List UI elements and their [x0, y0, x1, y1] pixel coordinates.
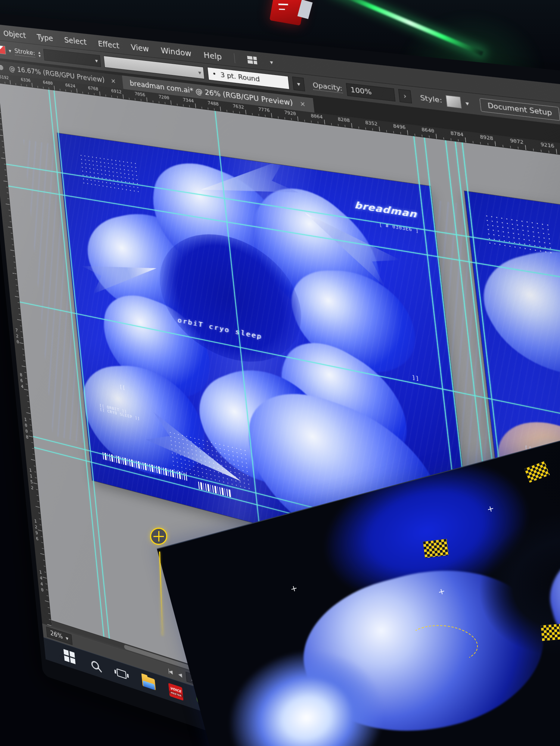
close-icon[interactable]: ×: [299, 100, 306, 108]
ruler-number: 1296: [33, 518, 40, 543]
art-dot-matrix: [484, 213, 555, 256]
chevron-down-icon[interactable]: ▾: [198, 69, 202, 76]
ruler-number: 1440: [38, 569, 45, 594]
chevron-down-icon[interactable]: ▾: [8, 47, 11, 54]
crosshair-marker-icon: [150, 528, 167, 545]
taskbar-search-button[interactable]: [88, 656, 103, 675]
folder-icon: [141, 675, 155, 690]
style-label: Style:: [420, 94, 442, 104]
zoom-level-value: 26%: [50, 629, 63, 640]
sparkle-icon: [291, 586, 297, 592]
windows-logo-icon: [63, 649, 75, 664]
chevron-down-icon[interactable]: ▾: [465, 99, 469, 107]
ruler-number: 864: [18, 372, 25, 390]
search-icon: [91, 660, 100, 670]
chevron-down-icon: ▾: [65, 634, 69, 642]
voicemeeter-icon: VOICE MEETER: [168, 683, 184, 700]
task-view-icon: [116, 668, 127, 679]
menu-item[interactable]: Type: [37, 32, 54, 43]
ruler-number: 1008: [23, 416, 30, 441]
opacity-label[interactable]: Opacity:: [312, 81, 343, 93]
file-explorer-button[interactable]: [140, 673, 156, 692]
brush-name: 3 pt. Round: [220, 71, 260, 83]
chevron-down-icon[interactable]: ▾: [270, 59, 273, 66]
menu-item[interactable]: Select: [64, 35, 87, 46]
art-dot-matrix: [79, 153, 140, 193]
menu-item[interactable]: Window: [161, 46, 192, 58]
close-icon[interactable]: ×: [111, 77, 116, 85]
stroke-label[interactable]: Stroke:: [14, 47, 35, 57]
start-button[interactable]: [62, 647, 77, 666]
chevron-down-icon[interactable]: ▾: [95, 57, 98, 64]
opacity-value-field[interactable]: 100%: [346, 83, 395, 102]
checkered-decal: [541, 624, 560, 641]
task-view-button[interactable]: [114, 664, 130, 684]
menu-divider: [234, 53, 235, 63]
stepper-down-icon[interactable]: ▾: [38, 54, 41, 57]
stroke-weight-select[interactable]: ▾: [43, 49, 101, 67]
menu-item[interactable]: Object: [3, 29, 26, 40]
opacity-options-button[interactable]: ›: [398, 89, 412, 103]
art-barcode: [198, 481, 232, 497]
menu-item[interactable]: Effect: [97, 39, 119, 50]
first-artboard-button[interactable]: |◀: [166, 667, 174, 675]
checkered-decal: [423, 539, 449, 558]
brush-select-chevron[interactable]: ▾: [292, 77, 305, 91]
menu-item[interactable]: Help: [203, 50, 222, 61]
voicemeeter-button[interactable]: VOICE MEETER: [168, 682, 184, 702]
ruler-number: 720: [14, 327, 21, 346]
menu-item[interactable]: View: [131, 42, 149, 53]
brush-preview-icon: •: [212, 70, 217, 78]
document-icon: [0, 65, 3, 70]
photo-scene: ObjectTypeSelectEffectViewWindowHelp ▾ ▾…: [0, 0, 560, 746]
workspace-switcher-icon[interactable]: [247, 56, 257, 64]
chevron-down-icon: ▾: [297, 80, 301, 87]
style-swatch[interactable]: [446, 95, 462, 108]
breadman-logo: breadman: [354, 200, 417, 220]
fill-indicator[interactable]: [0, 45, 6, 54]
ruler-number: 1152: [28, 467, 35, 492]
art-bracket-close: ]]: [411, 374, 420, 382]
previous-artboard-button[interactable]: ◀: [176, 671, 183, 678]
stroke-weight-stepper[interactable]: ▴ ▾: [38, 50, 41, 57]
